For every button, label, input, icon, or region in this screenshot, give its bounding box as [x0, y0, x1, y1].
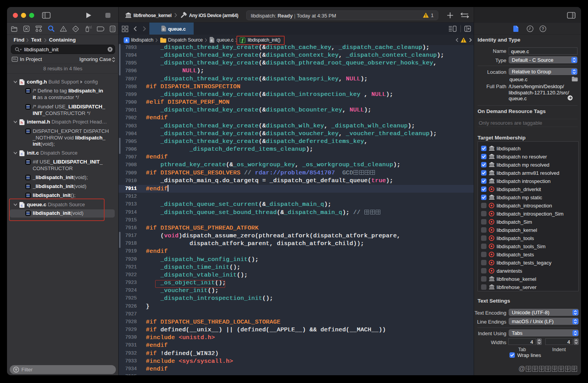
svg-text:c: c [163, 27, 164, 31]
svg-text:h: h [21, 120, 23, 124]
svg-text:c: c [21, 151, 23, 155]
svg-text:?: ? [542, 26, 544, 31]
svg-text:h: h [21, 80, 23, 84]
svg-text:c: c [211, 38, 213, 42]
